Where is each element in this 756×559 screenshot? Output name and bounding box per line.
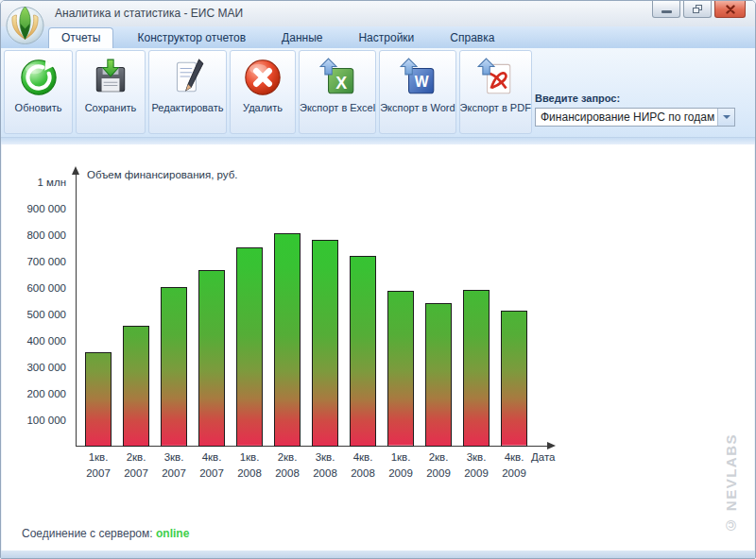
minimize-button[interactable] — [652, 1, 680, 18]
restore-button[interactable] — [683, 1, 712, 18]
chart-bar — [312, 240, 338, 447]
chart-bar — [123, 326, 149, 447]
status-label: Соединение с сервером: — [22, 527, 153, 540]
button-label: Экспорт в PDF — [460, 102, 531, 114]
edit-button[interactable]: Редактировать — [148, 50, 227, 134]
x-axis-arrow-icon — [547, 442, 556, 449]
button-label: Экспорт в Excel — [300, 102, 375, 114]
tab-data[interactable]: Данные — [269, 28, 335, 48]
save-icon — [91, 58, 130, 97]
chart-bar — [85, 352, 112, 447]
tab-report-constructor[interactable]: Конструктор отчетов — [125, 28, 258, 48]
tab-reports[interactable]: Отчеты — [48, 27, 113, 48]
chart-bar — [387, 291, 414, 447]
y-tick-label: 300 000 — [9, 362, 66, 373]
chart-bar — [501, 311, 527, 447]
svg-text:X: X — [335, 74, 347, 93]
button-label: Экспорт в Word — [380, 102, 455, 114]
tab-strip: Отчеты Конструктор отчетов Данные Настро… — [1, 26, 755, 48]
x-tick-label: 2кв.2009 — [418, 449, 459, 482]
y-tick-label: 900 000 — [9, 203, 66, 214]
chart-bar — [161, 287, 187, 447]
y-axis-top-label: 1 млн — [9, 177, 66, 188]
refresh-icon — [19, 58, 59, 97]
title-bar: Аналитика и статистика - ЕИС МАИ — [1, 1, 755, 27]
delete-icon — [243, 58, 283, 97]
combobox-dropdown-button[interactable] — [717, 109, 734, 126]
export-word-icon: W — [398, 58, 438, 97]
query-area: Введите запрос: Финансирование НИРС по г… — [535, 93, 735, 127]
y-tick-label: 400 000 — [9, 335, 66, 347]
y-tick-label: 500 000 — [9, 309, 66, 320]
x-tick-label: 3кв.2009 — [455, 449, 497, 482]
y-tick-label: 100 000 — [9, 415, 66, 426]
status-value: online — [156, 527, 189, 540]
status-bar: Соединение с сервером: online — [2, 520, 754, 551]
chart-bar — [274, 233, 301, 447]
chart-bar — [463, 290, 490, 447]
y-tick-label: 700 000 — [9, 256, 66, 267]
restore-icon — [693, 5, 703, 14]
button-label: Удалить — [243, 102, 283, 114]
edit-icon — [168, 58, 208, 97]
chevron-down-icon — [723, 115, 730, 119]
chart-bar — [198, 270, 225, 447]
x-tick-label: 1кв.2008 — [229, 449, 270, 482]
window-title: Аналитика и статистика - ЕИС МАИ — [55, 7, 243, 20]
content-area: Объем финансирования, руб. Дата 100 0002… — [2, 144, 754, 551]
save-button[interactable]: Сохранить — [76, 50, 146, 134]
y-tick-label: 200 000 — [9, 388, 66, 399]
tab-settings[interactable]: Настройки — [346, 28, 426, 48]
app-window: Аналитика и статистика - ЕИС МАИ Отчеты … — [0, 0, 756, 559]
x-tick-label: 2кв.2007 — [115, 449, 157, 482]
ribbon-bottom-band — [1, 138, 755, 144]
query-combobox[interactable]: Финансирование НИРС по годам — [535, 108, 735, 127]
export-pdf-icon — [475, 58, 515, 97]
window-controls — [652, 1, 746, 18]
x-tick-label: 2кв.2008 — [266, 449, 308, 482]
export-excel-button[interactable]: X Экспорт в Excel — [299, 50, 376, 134]
query-combobox-value: Финансирование НИРС по годам — [536, 110, 717, 124]
minimize-icon — [662, 10, 672, 13]
export-excel-icon: X — [318, 58, 357, 97]
chart-title: Объем финансирования, руб. — [87, 169, 237, 180]
close-button[interactable] — [714, 1, 746, 18]
x-tick-label: 1кв.2007 — [77, 449, 119, 482]
chart: Объем финансирования, руб. Дата 100 0002… — [2, 144, 754, 551]
ribbon-toolbar: Обновить Сохранить — [1, 48, 755, 138]
x-tick-label: 4кв.2009 — [493, 449, 535, 482]
button-label: Сохранить — [85, 102, 137, 114]
x-tick-label: 4кв.2007 — [191, 449, 232, 482]
y-axis-arrow-icon — [72, 166, 79, 175]
x-tick-label: 3кв.2008 — [304, 449, 346, 482]
export-pdf-button[interactable]: Экспорт в PDF — [459, 50, 532, 134]
chart-bar — [425, 303, 452, 447]
watermark: © NEVLABS — [723, 433, 739, 534]
x-tick-label: 3кв.2007 — [153, 449, 195, 482]
svg-text:W: W — [415, 75, 429, 91]
x-tick-label: 1кв.2009 — [380, 449, 421, 482]
query-label: Введите запрос: — [535, 93, 735, 104]
delete-button[interactable]: Удалить — [230, 50, 296, 134]
y-axis-line — [76, 175, 77, 447]
tab-help[interactable]: Справка — [438, 28, 507, 48]
export-word-button[interactable]: W Экспорт в Word — [379, 50, 455, 134]
window-bottom-edge — [1, 551, 755, 558]
button-label: Обновить — [15, 102, 62, 114]
button-label: Редактировать — [152, 102, 224, 114]
app-logo-icon — [5, 3, 45, 45]
close-icon — [726, 5, 735, 14]
chart-bar — [236, 247, 263, 447]
x-tick-label: 4кв.2008 — [342, 449, 384, 482]
y-tick-label: 800 000 — [9, 229, 66, 241]
y-tick-label: 600 000 — [9, 282, 66, 294]
refresh-button[interactable]: Обновить — [4, 50, 73, 134]
chart-bar — [350, 256, 376, 447]
